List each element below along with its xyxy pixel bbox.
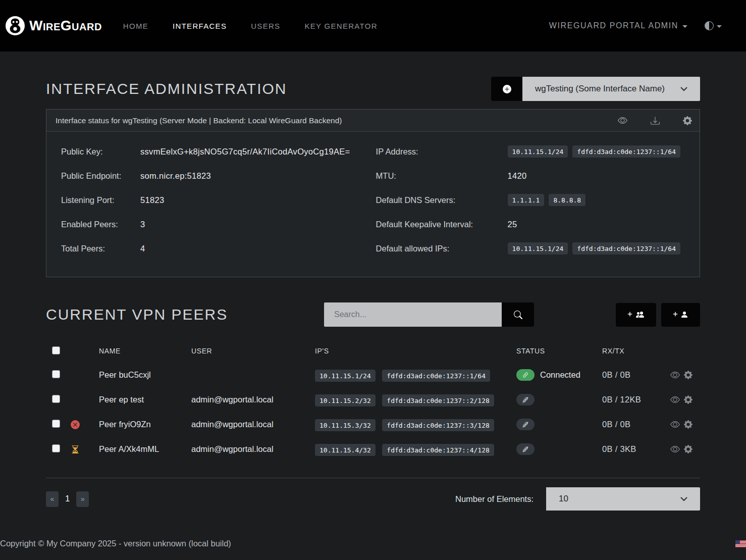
peer-name: Peer A/Xk4mML (99, 444, 191, 454)
peer-detail-eye-icon[interactable] (670, 420, 680, 429)
pagination-page-1[interactable]: 1 (65, 494, 70, 504)
user-menu-dropdown[interactable]: WIREGUARD PORTAL ADMIN (549, 21, 687, 30)
peer-row: Peer ep test admin@wgportal.local 10.11.… (46, 387, 700, 412)
column-header-status: STATUS (516, 347, 602, 355)
column-header-name: NAME (99, 347, 191, 355)
peer-status-text: Connected (540, 370, 580, 380)
peer-rxtx: 0B / 0B (602, 420, 670, 429)
user-menu-label: WIREGUARD PORTAL ADMIN (549, 21, 678, 30)
chevron-down-icon (680, 87, 687, 91)
nav-link-home[interactable]: HOME (123, 22, 148, 30)
peer-rxtx: 0B / 12KB (602, 395, 670, 404)
peer-ip-badge: 10.11.15.2/32 (315, 394, 376, 406)
nav-link-key-generator[interactable]: KEY GENERATOR (304, 22, 377, 30)
peer-settings-gear-icon[interactable] (684, 420, 692, 429)
connected-link-icon (516, 369, 535, 381)
dns-badge: 8.8.8.8 (549, 194, 585, 206)
peer-settings-gear-icon[interactable] (684, 371, 692, 379)
peer-settings-gear-icon[interactable] (684, 395, 692, 404)
default-dns-label: Default DNS Servers: (376, 195, 508, 205)
plus-circle-icon (503, 85, 511, 93)
add-interface-button[interactable] (491, 77, 522, 101)
keepalive-value: 25 (508, 220, 517, 229)
peer-user: admin@wgportal.local (191, 395, 315, 404)
listening-port-value: 51823 (140, 195, 164, 205)
mtu-value: 1420 (508, 171, 527, 181)
dns-badge: 1.1.1.1 (508, 194, 545, 206)
peer-ip-badge: 10.11.15.3/32 (315, 419, 376, 431)
total-peers-value: 4 (140, 244, 145, 253)
peer-row: Peer buC5cxjl 10.11.15.1/24 fdfd:d3ad:c0… (46, 363, 700, 387)
add-peer-button[interactable] (661, 303, 700, 327)
wireguard-dragon-logo-icon (5, 16, 25, 36)
peers-table: NAME USER IP'S STATUS RX/TX Peer buC5cxj… (46, 339, 700, 478)
public-endpoint-label: Public Endpoint: (61, 171, 140, 181)
number-of-elements-label: Number of Elements: (455, 494, 534, 504)
keepalive-label: Default Keepalive Interval: (376, 220, 508, 229)
peer-ip-badge: fdfd:d3ad:c0de:1237::1/64 (382, 370, 490, 382)
chevron-down-icon (680, 497, 687, 501)
disconnected-link-slash-icon (516, 419, 535, 430)
public-key-label: Public Key: (61, 147, 140, 157)
ip-badge: 10.11.15.1/24 (508, 145, 568, 158)
peer-name: Peer buC5cxjl (99, 370, 191, 380)
peer-disabled-x-circle-icon (71, 420, 80, 429)
disconnected-link-slash-icon (516, 394, 535, 405)
peer-user: admin@wgportal.local (191, 444, 315, 454)
page-title: INTERFACE ADMINISTRATION (46, 80, 287, 97)
peer-detail-eye-icon[interactable] (670, 395, 680, 404)
interface-status-title: Interface status for wgTesting (Server M… (56, 116, 342, 125)
pagination: « 1 » (46, 491, 89, 507)
number-of-elements-select[interactable]: 10 (546, 487, 700, 511)
select-peer-checkbox[interactable] (52, 370, 60, 378)
listening-port-label: Listening Port: (61, 195, 140, 205)
theme-toggle-dropdown[interactable] (705, 21, 722, 30)
plus-people-icon (627, 310, 645, 319)
nav-link-interfaces[interactable]: INTERFACES (173, 22, 227, 30)
peer-ip-badge: 10.11.15.1/24 (315, 370, 376, 382)
language-us-flag-icon[interactable] (735, 540, 746, 547)
default-allowed-ips-label: Default allowed IPs: (376, 244, 508, 253)
peer-ip-badge: fdfd:d3ad:c0de:1237::4/128 (382, 444, 494, 456)
ip-address-label: IP Address: (376, 147, 508, 157)
peer-row: Peer A/Xk4mML admin@wgportal.local 10.11… (46, 437, 700, 462)
brand-link[interactable]: WireGuard (5, 16, 102, 36)
disconnected-link-slash-icon (516, 443, 535, 455)
interface-select[interactable]: wgTesting (Some Interface Name) (522, 77, 700, 101)
select-peer-checkbox[interactable] (52, 444, 60, 452)
peer-ip-badge: fdfd:d3ad:c0de:1237::2/128 (382, 394, 494, 406)
peer-detail-eye-icon[interactable] (670, 444, 680, 454)
plus-person-icon (673, 310, 689, 319)
select-all-checkbox[interactable] (52, 346, 60, 354)
column-header-ips: IP'S (315, 347, 516, 355)
peer-ip-badge: 10.11.15.4/32 (315, 444, 376, 456)
main-nav: HOME INTERFACES USERS KEY GENERATOR (123, 22, 378, 30)
search-button[interactable] (502, 302, 534, 327)
search-input[interactable] (324, 302, 502, 327)
column-header-user: USER (191, 347, 315, 355)
column-header-rxtx: RX/TX (602, 347, 670, 355)
peer-ip-badge: fdfd:d3ad:c0de:1237::3/128 (382, 419, 494, 431)
mtu-label: MTU: (376, 171, 508, 181)
enabled-peers-value: 3 (140, 220, 145, 229)
peer-detail-eye-icon[interactable] (670, 370, 680, 380)
peer-user: admin@wgportal.local (191, 420, 315, 429)
pagination-next-button[interactable]: » (76, 491, 89, 507)
peer-settings-gear-icon[interactable] (684, 445, 692, 453)
view-config-eye-icon[interactable] (618, 116, 627, 125)
download-config-icon[interactable] (651, 116, 660, 125)
select-peer-checkbox[interactable] (52, 395, 60, 403)
peer-name: Peer fryiO9Zn (99, 420, 191, 429)
number-of-elements-value: 10 (559, 494, 568, 504)
brand-wordmark: WireGuard (29, 18, 102, 34)
pagination-prev-button[interactable]: « (46, 491, 59, 507)
peer-expiring-hourglass-icon (71, 445, 80, 454)
add-multiple-peers-button[interactable] (616, 303, 656, 327)
nav-link-users[interactable]: USERS (251, 22, 280, 30)
search-icon (514, 311, 522, 319)
peers-section-title: CURRENT VPN PEERS (46, 306, 228, 323)
peer-rxtx: 0B / 0B (602, 370, 670, 380)
copyright-text: Copyright © My Company 2025 - version un… (0, 539, 231, 548)
select-peer-checkbox[interactable] (52, 420, 60, 428)
interface-settings-gear-icon[interactable] (683, 116, 692, 125)
